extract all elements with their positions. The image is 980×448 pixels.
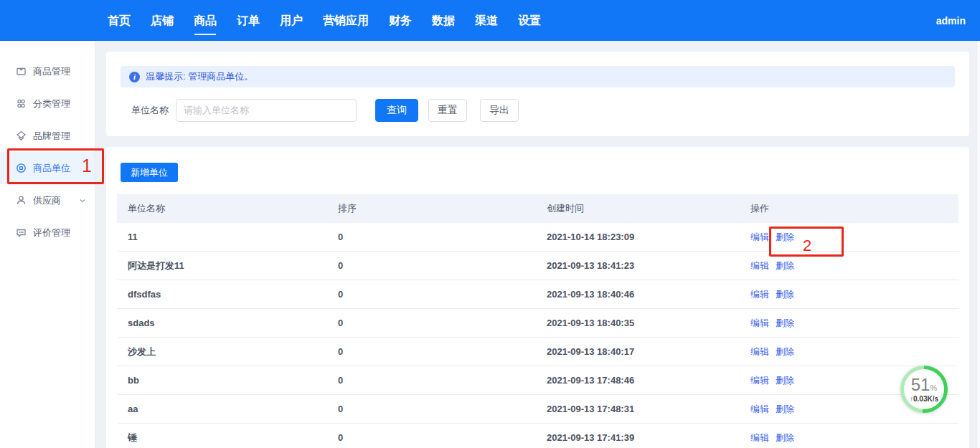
cell-actions: 编辑删除 bbox=[740, 317, 958, 330]
cell-unit-name: aa bbox=[117, 404, 327, 414]
cell-unit-name: 阿达是打发11 bbox=[117, 259, 327, 272]
edit-link[interactable]: 编辑 bbox=[750, 289, 769, 300]
table-row: sdads02021-09-13 18:40:35编辑删除 bbox=[117, 309, 958, 338]
tip-bar: i 温馨提示: 管理商品单位。 bbox=[121, 66, 955, 87]
cell-sort: 0 bbox=[327, 404, 536, 414]
cell-unit-name: 锤 bbox=[117, 432, 327, 444]
cell-created: 2021-09-13 18:41:23 bbox=[536, 260, 740, 271]
nav-item-10[interactable]: 设置 bbox=[518, 0, 541, 41]
nav-item-5[interactable]: 用户 bbox=[280, 0, 303, 41]
cell-actions: 编辑删除 bbox=[740, 259, 958, 272]
nav-item-3[interactable]: 商品 bbox=[194, 0, 217, 41]
cell-created: 2021-09-13 18:40:17 bbox=[536, 346, 740, 357]
category-icon bbox=[16, 98, 27, 109]
edit-link[interactable]: 编辑 bbox=[750, 404, 769, 414]
sidebar-menu: 商品管理分类管理品牌管理商品单位供应商评价管理 bbox=[0, 41, 95, 249]
nav-item-6[interactable]: 营销应用 bbox=[323, 0, 369, 41]
network-speed-widget[interactable]: 51% ↑0.03K/s bbox=[900, 366, 948, 413]
table-row: bb02021-09-13 17:48:46编辑删除 bbox=[117, 366, 958, 395]
sidebar-item-label: 评价管理 bbox=[33, 227, 70, 239]
nav-menu: 首页店铺商品订单用户营销应用财务数据渠道设置 bbox=[108, 0, 541, 41]
sidebar: 商品管理分类管理品牌管理商品单位供应商评价管理 bbox=[0, 41, 95, 448]
table-header-row: 单位名称 排序 创建时间 操作 bbox=[117, 194, 958, 223]
edit-link[interactable]: 编辑 bbox=[750, 318, 769, 328]
speed-percent: 51% bbox=[911, 376, 937, 394]
goods-icon bbox=[16, 66, 27, 77]
delete-link[interactable]: 删除 bbox=[776, 404, 794, 414]
header-created: 创建时间 bbox=[536, 202, 740, 215]
delete-link[interactable]: 删除 bbox=[776, 432, 794, 443]
edit-link[interactable]: 编辑 bbox=[750, 375, 769, 386]
sidebar-item-2[interactable]: 分类管理 bbox=[0, 87, 95, 120]
network-speed-content: 51% ↑0.03K/s bbox=[904, 369, 944, 409]
delete-link[interactable]: 删除 bbox=[776, 260, 794, 271]
cell-sort: 0 bbox=[327, 375, 536, 386]
delete-link[interactable]: 删除 bbox=[776, 346, 794, 357]
reset-button[interactable]: 重置 bbox=[428, 99, 467, 122]
table-body: 1102021-10-14 18:23:09编辑删除阿达是打发1102021-0… bbox=[117, 223, 958, 448]
sidebar-item-label: 商品管理 bbox=[33, 65, 70, 78]
cell-created: 2021-09-13 17:41:39 bbox=[536, 432, 740, 443]
export-button[interactable]: 导出 bbox=[480, 99, 519, 122]
header-sort: 排序 bbox=[327, 202, 536, 215]
cell-sort: 0 bbox=[327, 289, 536, 300]
delete-link[interactable]: 删除 bbox=[776, 375, 794, 386]
sidebar-item-label: 分类管理 bbox=[33, 97, 70, 110]
nav-item-8[interactable]: 数据 bbox=[432, 0, 455, 41]
brand-icon bbox=[16, 130, 27, 141]
cell-created: 2021-09-13 18:40:46 bbox=[536, 289, 740, 300]
edit-link[interactable]: 编辑 bbox=[750, 260, 769, 271]
cell-actions: 编辑删除 bbox=[740, 432, 958, 444]
delete-link[interactable]: 删除 bbox=[776, 318, 794, 328]
query-button[interactable]: 查询 bbox=[375, 99, 418, 122]
tip-text: 温馨提示: 管理商品单位。 bbox=[146, 70, 253, 83]
nav-item-1[interactable]: 首页 bbox=[108, 0, 131, 41]
cell-created: 2021-09-13 17:48:31 bbox=[536, 404, 740, 414]
unit-name-input[interactable] bbox=[176, 99, 357, 122]
edit-link[interactable]: 编辑 bbox=[750, 432, 769, 443]
nav-item-2[interactable]: 店铺 bbox=[151, 0, 174, 41]
sidebar-item-label: 品牌管理 bbox=[33, 130, 70, 143]
cell-unit-name: 11 bbox=[117, 232, 327, 242]
cell-sort: 0 bbox=[327, 232, 536, 242]
delete-link[interactable]: 删除 bbox=[776, 289, 794, 300]
search-form: 单位名称 查询 重置 导出 bbox=[121, 98, 519, 122]
edit-link[interactable]: 编辑 bbox=[750, 346, 769, 357]
scrollbar-track[interactable] bbox=[976, 41, 980, 448]
table-row: 锤02021-09-13 17:41:39编辑删除 bbox=[117, 424, 958, 448]
cell-sort: 0 bbox=[327, 260, 536, 271]
edit-link[interactable]: 编辑 bbox=[750, 232, 769, 242]
unit-name-label: 单位名称 bbox=[131, 104, 169, 117]
sidebar-item-5[interactable]: 供应商 bbox=[0, 184, 95, 216]
annotation-box-step2: 2 bbox=[769, 227, 844, 257]
supplier-icon bbox=[16, 195, 27, 206]
review-icon bbox=[16, 227, 27, 238]
table-row: aa02021-09-13 17:48:31编辑删除 bbox=[117, 395, 958, 424]
chevron-down-icon bbox=[79, 197, 86, 204]
cell-actions: 编辑删除 bbox=[740, 288, 958, 301]
cell-unit-name: dfsdfas bbox=[117, 289, 327, 300]
sidebar-item-6[interactable]: 评价管理 bbox=[0, 216, 95, 249]
nav-item-4[interactable]: 订单 bbox=[237, 0, 260, 41]
cell-actions: 编辑删除 bbox=[740, 345, 958, 358]
annotation-box-step1: 1 bbox=[7, 148, 104, 184]
nav-item-7[interactable]: 财务 bbox=[389, 0, 412, 41]
header-actions: 操作 bbox=[740, 202, 958, 215]
cell-unit-name: 沙发上 bbox=[117, 345, 327, 358]
top-navbar: 首页店铺商品订单用户营销应用财务数据渠道设置 admin bbox=[0, 0, 980, 41]
table-row: 沙发上02021-09-13 18:40:17编辑删除 bbox=[117, 338, 958, 366]
cell-sort: 0 bbox=[327, 346, 536, 357]
cell-created: 2021-09-13 18:40:35 bbox=[536, 318, 740, 328]
add-unit-button[interactable]: 新增单位 bbox=[121, 163, 178, 182]
annotation-number-2: 2 bbox=[803, 237, 811, 255]
cell-sort: 0 bbox=[327, 432, 536, 443]
cell-created: 2021-10-14 18:23:09 bbox=[536, 232, 740, 242]
table-card: 新增单位 单位名称 排序 创建时间 操作 1102021-10-14 18:23… bbox=[106, 147, 969, 448]
sidebar-item-3[interactable]: 品牌管理 bbox=[0, 120, 95, 152]
search-card: i 温馨提示: 管理商品单位。 单位名称 查询 重置 导出 bbox=[106, 52, 969, 136]
sidebar-item-1[interactable]: 商品管理 bbox=[0, 55, 95, 87]
cell-unit-name: sdads bbox=[117, 318, 327, 328]
user-menu[interactable]: admin bbox=[936, 15, 966, 27]
table-row: dfsdfas02021-09-13 18:40:46编辑删除 bbox=[117, 280, 958, 309]
nav-item-9[interactable]: 渠道 bbox=[475, 0, 498, 41]
